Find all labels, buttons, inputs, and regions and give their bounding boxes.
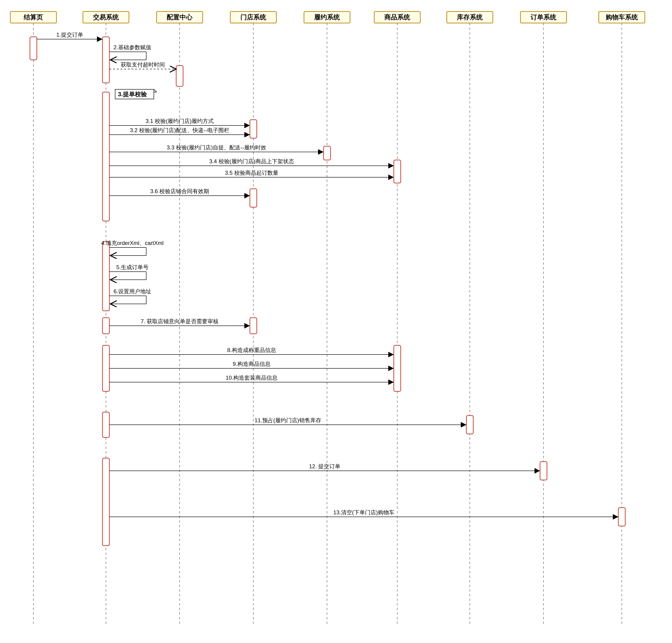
activation-bar: [324, 146, 331, 160]
message-label: 6.设置用户地址: [113, 288, 151, 294]
message-label: 3.2 校验(履约门店)配送、快递--电子围栏: [130, 127, 229, 133]
participant-label: 结算页: [24, 14, 43, 21]
participant-headers: 结算页交易系统配置中心门店系统履约系统商品系统库存系统订单系统购物车系统: [10, 12, 645, 23]
fragment-label: 3.提单校验: [118, 91, 147, 98]
activation-bar: [250, 120, 257, 138]
activation-bar: [103, 242, 109, 311]
participant-label: 交易系统: [93, 14, 119, 21]
activation-bar: [466, 415, 473, 434]
participant-label: 配置中心: [167, 14, 193, 21]
participant-label: 订单系统: [530, 14, 556, 21]
message-label: 12. 提交订单: [309, 463, 340, 470]
activation-bar: [103, 458, 109, 546]
message-label: 3.3 校验(履约门店)自提、配送--履约时效: [167, 144, 266, 150]
message-label: 3.5 校验商品起订数量: [225, 170, 278, 176]
message-label: 7. 获取店铺意向单是否需要审核: [141, 318, 219, 324]
participant-label: 门店系统: [240, 14, 266, 21]
participant-label: 履约系统: [314, 14, 340, 21]
participant-label: 库存系统: [457, 14, 483, 21]
message-label: 8.构造成称重品信息: [227, 347, 276, 353]
message-label: 2.基础参数赋值: [113, 44, 151, 50]
activation-bar: [30, 37, 37, 60]
message-label: 1.提交订单: [56, 32, 83, 38]
activation-bar: [103, 37, 109, 83]
message-label: 获取支付超时时间: [121, 61, 165, 68]
message-label: 10.构造套装商品信息: [226, 375, 277, 381]
activation-bar: [394, 345, 401, 391]
message-label: 3.6 校验店铺合同有效期: [150, 188, 209, 194]
activation-bar: [250, 189, 257, 207]
message-label: 13.清空(下单门店)购物车: [333, 509, 394, 515]
activation-bar: [103, 345, 109, 391]
messages: 1.提交订单2.基础参数赋值获取支付超时时间3.1 校验(履约门店)履约方式3.…: [37, 32, 618, 517]
activation-bar: [618, 508, 625, 526]
activation-bar: [103, 412, 109, 437]
message-label: 4.填充orderXml、cartXml: [101, 240, 164, 246]
message-label: 5.生成订单号: [116, 264, 148, 270]
activation-bar: [176, 65, 183, 86]
message-label: 3.4 校验(履约门店)商品上下架状态: [209, 158, 294, 165]
activation-bar: [103, 92, 109, 221]
message-label: 3.1 校验(履约门店)履约方式: [146, 118, 214, 124]
activation-bar: [394, 160, 401, 183]
activation-bar: [250, 318, 257, 334]
activation-bar: [103, 318, 109, 334]
message-label: 11.预占(履约门店)销售库存: [254, 417, 321, 423]
activation-bar: [540, 462, 547, 480]
lifelines: [33, 23, 622, 626]
participant-label: 购物车系统: [605, 14, 638, 21]
message-label: 9.构造商品信息: [232, 361, 271, 367]
notes: 3.提单校验: [115, 89, 157, 99]
sequence-diagram: 结算页交易系统配置中心门店系统履约系统商品系统库存系统订单系统购物车系统 1.提…: [0, 0, 672, 643]
participant-label: 商品系统: [384, 14, 410, 21]
